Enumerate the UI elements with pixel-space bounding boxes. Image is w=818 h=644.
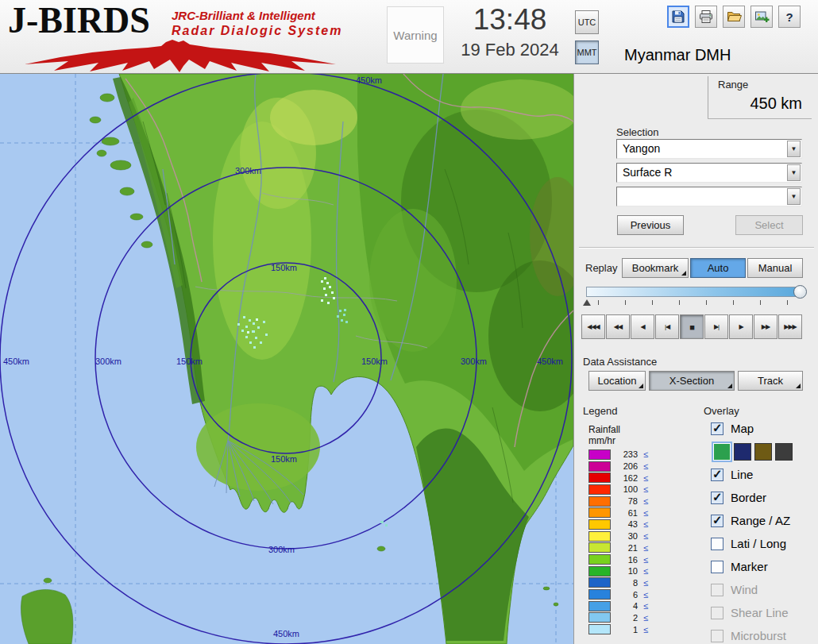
step-back-button[interactable]: |◀: [655, 314, 679, 339]
fast-rewind-button[interactable]: ◀◀: [606, 314, 630, 339]
overlay-row-wind: Wind: [711, 578, 817, 601]
legend-row: 206≤: [588, 461, 648, 472]
product-dropdown[interactable]: Surface R ▼: [616, 163, 802, 183]
legend-value: 1: [611, 625, 638, 634]
range-ring-label: 300km: [235, 166, 261, 175]
corner-menu-icon: [681, 271, 686, 276]
legend-value: 16: [611, 555, 638, 565]
save-button[interactable]: [667, 6, 689, 28]
utc-button[interactable]: UTC: [575, 10, 599, 34]
legend-value: 2: [611, 613, 638, 623]
map-color-navy[interactable]: [734, 443, 751, 461]
site-dropdown-arrow[interactable]: ▼: [787, 141, 801, 157]
legend-value: 233: [611, 449, 638, 459]
location-button-label: Location: [597, 375, 636, 387]
overlay-option-label: Shear Line: [731, 606, 789, 619]
timeline-handle[interactable]: [793, 285, 807, 299]
xsection-button-label: X-Section: [669, 375, 714, 387]
printer-icon: [698, 9, 714, 25]
auto-mode-button[interactable]: Auto: [690, 258, 746, 278]
line-checkbox[interactable]: [711, 469, 723, 481]
range-ring-label: 300km: [268, 545, 295, 554]
previous-button[interactable]: Previous: [617, 215, 684, 235]
range-az-checkbox[interactable]: [711, 515, 723, 527]
overlay-option-label: Border: [731, 491, 766, 504]
legend-color-swatch: [588, 531, 611, 542]
open-folder-button[interactable]: [723, 6, 745, 28]
product-dropdown-arrow[interactable]: ▼: [787, 164, 801, 181]
legend-unit-line1: Rainfall: [588, 424, 620, 435]
stop-button[interactable]: ■: [680, 314, 704, 339]
jbirds-logo: J-BIRDS JRC-Brilliant & Intelligent Rada…: [8, 2, 383, 73]
range-ring-label: 150km: [271, 454, 297, 464]
overlay-row-shear-line: Shear Line: [711, 601, 817, 624]
radar-map-canvas: 450km 300km 150km 150km 300km 450km 450k…: [0, 74, 573, 644]
legend-lte-sign: ≤: [638, 566, 648, 576]
lati-long-checkbox[interactable]: [711, 538, 723, 550]
replay-timeline[interactable]: [586, 287, 801, 297]
play-forward-button[interactable]: ▶: [729, 314, 753, 339]
legend-color-swatch: [588, 612, 611, 623]
header-bar: J-BIRDS JRC-Brilliant & Intelligent Rada…: [0, 0, 818, 74]
legend-lte-sign: ≤: [638, 555, 648, 565]
mmt-button[interactable]: MMT: [575, 40, 599, 64]
microburst-checkbox: [711, 630, 723, 642]
legend-value: 8: [611, 578, 638, 588]
timeline-ticks: [598, 300, 797, 305]
overlay-option-label: Marker: [731, 560, 768, 573]
separator: [579, 247, 814, 249]
skip-to-end-button[interactable]: ▶▶▶: [778, 314, 802, 339]
bookmark-button[interactable]: Bookmark: [622, 258, 689, 278]
site-dropdown[interactable]: Yangon ▼: [616, 139, 802, 159]
range-ring-label: 450km: [537, 357, 563, 366]
legend-lte-sign: ≤: [638, 590, 648, 600]
legend-value: 61: [611, 508, 638, 518]
eagle-icon: [8, 38, 349, 73]
map-color-gray[interactable]: [775, 443, 793, 461]
location-button[interactable]: Location: [588, 371, 646, 391]
overlay-row-range-az: Range / AZ: [711, 509, 817, 532]
radar-map[interactable]: 450km 300km 150km 150km 300km 450km 450k…: [0, 74, 573, 644]
select-button[interactable]: Select: [735, 215, 803, 235]
option-dropdown-arrow[interactable]: ▼: [787, 188, 801, 205]
legend-color-swatch: [588, 589, 611, 600]
track-button-label: Track: [758, 375, 783, 387]
border-checkbox[interactable]: [711, 492, 723, 504]
image-add-icon: [754, 9, 770, 25]
legend-row: 162≤: [588, 472, 648, 484]
legend-row: 16≤: [588, 553, 648, 565]
legend-row: 21≤: [588, 542, 648, 554]
track-button[interactable]: Track: [738, 371, 803, 391]
skip-to-start-button[interactable]: ◀◀◀: [581, 314, 605, 339]
overlay-option-label: Range / AZ: [731, 514, 790, 527]
legend-row: 78≤: [588, 496, 648, 507]
timezone-switch: UTC MMT: [575, 10, 599, 71]
fast-forward-button[interactable]: ▶▶: [754, 314, 777, 339]
logo-title: J-BIRDS: [8, 2, 150, 40]
capture-button[interactable]: [750, 6, 773, 28]
marker-checkbox[interactable]: [711, 561, 723, 573]
legend-lte-sign: ≤: [638, 519, 648, 529]
manual-mode-button[interactable]: Manual: [747, 258, 803, 278]
legend-color-swatch: [588, 507, 611, 518]
overlay-row-line: Line: [711, 463, 817, 486]
chevron-down-icon: ▼: [791, 169, 797, 176]
overlay-title: Overlay: [704, 405, 739, 417]
map-color-green[interactable]: [713, 443, 731, 461]
play-backward-button[interactable]: ◀: [631, 314, 654, 339]
rainfall-scale: 233≤ 206≤ 162≤ 100≤ 78≤ 61≤ 43≤ 30≤ 21≤ …: [588, 449, 648, 635]
legend-lte-sign: ≤: [638, 613, 648, 623]
map-checkbox[interactable]: [711, 422, 723, 435]
range-ring-label: 450km: [356, 75, 382, 85]
legend-lte-sign: ≤: [638, 473, 648, 483]
print-button[interactable]: [695, 6, 717, 28]
xsection-button[interactable]: X-Section: [649, 371, 735, 391]
help-button[interactable]: ?: [778, 6, 801, 28]
map-color-olive[interactable]: [754, 443, 772, 461]
overlay-option-label: Line: [731, 468, 753, 481]
map-color-options: [711, 440, 817, 463]
option-dropdown[interactable]: ▼: [616, 187, 802, 206]
step-forward-button[interactable]: ▶|: [704, 314, 728, 339]
legend-color-swatch: [588, 496, 611, 507]
range-ring-label: 300km: [461, 357, 487, 366]
